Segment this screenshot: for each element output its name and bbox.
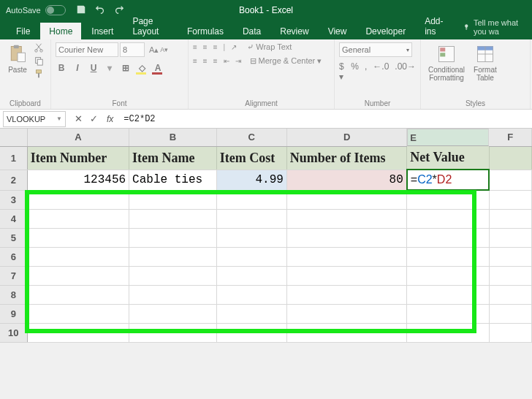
tab-formulas[interactable]: Formulas [178, 23, 232, 39]
col-header-f[interactable]: F [489, 129, 531, 146]
cell-a2[interactable]: 123456 [27, 170, 129, 190]
svg-rect-10 [440, 48, 445, 51]
increase-decimal-icon[interactable]: ←.0 [373, 61, 389, 82]
tab-page-layout[interactable]: Page Layout [123, 12, 177, 39]
currency-button[interactable]: $ ▾ [339, 61, 345, 82]
ribbon-tabs: File Home Insert Page Layout Formulas Da… [0, 20, 532, 39]
cancel-formula-icon[interactable]: ✕ [75, 113, 83, 124]
conditional-formatting-icon [436, 44, 457, 64]
row-header-3[interactable]: 3 [0, 190, 27, 209]
format-as-table-button[interactable]: Format Table [471, 42, 500, 83]
styles-group-label: Styles [425, 98, 525, 107]
increase-indent-icon[interactable]: ⇥ [235, 57, 241, 65]
increase-font-icon[interactable]: A▴ [149, 45, 159, 55]
undo-icon[interactable] [95, 4, 105, 16]
paste-icon [7, 44, 28, 64]
format-table-icon [475, 44, 495, 64]
row-header-7[interactable]: 7 [0, 266, 27, 285]
chevron-down-icon[interactable]: ▼ [56, 115, 62, 122]
cell-c1[interactable]: Item Cost [216, 146, 286, 170]
cell-b2[interactable]: Cable ties [129, 170, 217, 190]
svg-rect-1 [14, 45, 19, 48]
row-header-2[interactable]: 2 [0, 170, 27, 190]
copy-icon[interactable] [34, 56, 44, 67]
font-size-select[interactable]: 8 [120, 42, 145, 57]
conditional-formatting-button[interactable]: Conditional Formatting [425, 42, 468, 83]
cell-e1[interactable]: Net Value [407, 146, 490, 170]
underline-button[interactable]: U [88, 63, 99, 73]
tab-home[interactable]: Home [40, 23, 81, 39]
align-top-icon[interactable]: ≡ [193, 43, 197, 51]
decrease-font-icon[interactable]: A▾ [160, 46, 168, 53]
align-right-icon[interactable]: ≡ [213, 57, 218, 65]
cell-f2[interactable] [489, 170, 531, 190]
tab-insert[interactable]: Insert [83, 23, 122, 39]
tell-me-search[interactable]: Tell me what you wa [456, 15, 532, 39]
cell-d1[interactable]: Number of Items [286, 146, 406, 170]
cell-f1[interactable] [489, 146, 531, 170]
italic-button[interactable]: I [72, 63, 83, 73]
paste-label: Paste [8, 66, 27, 74]
orientation-icon[interactable]: ↗ [231, 43, 237, 51]
cut-icon[interactable] [34, 42, 44, 54]
bold-button[interactable]: B [56, 63, 67, 73]
autosave-label: AutoSave [6, 6, 41, 15]
comma-button[interactable]: , [365, 61, 367, 82]
align-middle-icon[interactable]: ≡ [203, 43, 208, 51]
clipboard-group-label: Clipboard [4, 98, 46, 107]
font-group-label: Font [56, 98, 183, 107]
formula-input[interactable]: =C2*D2 [119, 114, 532, 124]
fx-icon[interactable]: fx [107, 114, 119, 124]
cell-d2[interactable]: 80 [286, 170, 406, 190]
align-left-icon[interactable]: ≡ [193, 57, 197, 65]
row-header-8[interactable]: 8 [0, 285, 27, 304]
spreadsheet-grid[interactable]: A B C D E F 1 Item Number Item Name Item… [0, 129, 532, 343]
merge-center-button[interactable]: ⊟ Merge & Center ▾ [250, 56, 322, 66]
col-header-c[interactable]: C [216, 129, 286, 146]
svg-rect-6 [37, 59, 42, 65]
tab-file[interactable]: File [7, 23, 39, 39]
paste-button[interactable]: Paste [4, 42, 31, 75]
autosave-toggle[interactable]: AutoSave [6, 5, 66, 15]
cell-a1[interactable]: Item Number [27, 146, 129, 170]
col-header-d[interactable]: D [286, 129, 406, 146]
fill-color-button[interactable]: ◇ [136, 63, 148, 73]
save-icon[interactable] [76, 4, 86, 16]
row-header-6[interactable]: 6 [0, 247, 27, 266]
cell-c2[interactable]: 4.99 [216, 170, 286, 190]
font-name-select[interactable]: Courier New [56, 42, 118, 57]
row-header-4[interactable]: 4 [0, 209, 27, 228]
row-header-9[interactable]: 9 [0, 304, 27, 323]
tab-developer[interactable]: Developer [357, 23, 414, 39]
tab-add-ins[interactable]: Add-ins [416, 12, 455, 39]
select-all-corner[interactable] [0, 129, 27, 146]
border-button[interactable]: ⊞ [120, 63, 132, 73]
number-format-select[interactable]: General▾ [339, 42, 412, 57]
align-bottom-icon[interactable]: ≡ [213, 43, 218, 51]
lightbulb-icon [463, 23, 469, 31]
row-header-1[interactable]: 1 [0, 146, 27, 170]
row-header-5[interactable]: 5 [0, 228, 27, 247]
ribbon: Paste Clipboard Courier New 8 A▴ A▾ B I … [0, 39, 532, 110]
decrease-decimal-icon[interactable]: .00→ [395, 61, 416, 82]
percent-button[interactable]: % [351, 61, 359, 82]
tab-view[interactable]: View [319, 23, 356, 39]
cell-e2-active[interactable]: =C2*D2 [407, 170, 490, 190]
col-header-b[interactable]: B [129, 129, 217, 146]
wrap-text-button[interactable]: ⤶ Wrap Text [247, 42, 292, 52]
autosave-switch[interactable] [45, 5, 66, 15]
svg-rect-2 [18, 53, 26, 61]
redo-icon[interactable] [114, 4, 124, 16]
name-box[interactable]: VLOOKUP ▼ [3, 111, 66, 127]
row-header-10[interactable]: 10 [0, 323, 27, 342]
font-color-button[interactable]: A [152, 63, 164, 73]
decrease-indent-icon[interactable]: ⇤ [224, 57, 229, 65]
enter-formula-icon[interactable]: ✓ [90, 113, 98, 124]
align-center-icon[interactable]: ≡ [203, 57, 208, 65]
col-header-a[interactable]: A [27, 129, 129, 146]
col-header-e[interactable]: E [407, 129, 489, 146]
cell-b1[interactable]: Item Name [129, 146, 217, 170]
tab-data[interactable]: Data [234, 23, 270, 39]
format-painter-icon[interactable] [34, 69, 44, 80]
tab-review[interactable]: Review [271, 23, 317, 39]
